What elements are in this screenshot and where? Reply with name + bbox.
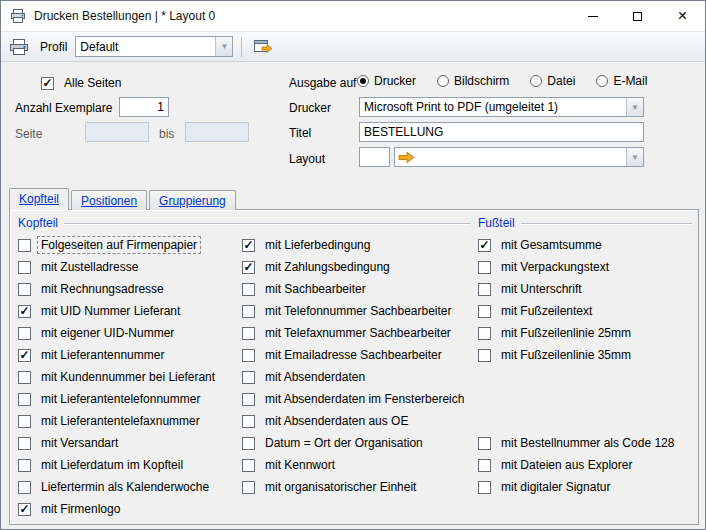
checkbox-row[interactable]: mit Emailadresse Sachbearbeiter — [242, 344, 468, 366]
drucker-combobox[interactable]: Microsoft Print to PDF (umgeleitet 1) ▼ — [359, 97, 644, 117]
profile-settings-button[interactable] — [250, 35, 276, 59]
checkbox[interactable] — [242, 459, 255, 472]
checkbox-row[interactable]: mit Telefonnummer Sachbearbeiter — [242, 300, 468, 322]
checkbox[interactable]: ✓ — [242, 261, 255, 274]
checkbox-row[interactable]: mit Fußzeilenlinie 25mm — [478, 322, 635, 344]
checkbox-row[interactable]: mit organisatorischer Einheit — [242, 476, 468, 498]
checkbox-row[interactable]: ✓mit Zahlungsbedingung — [242, 256, 468, 278]
checkbox[interactable]: ✓ — [41, 77, 54, 90]
checkbox-row[interactable]: ✓mit Firmenlogo — [18, 498, 219, 520]
checkbox[interactable] — [18, 327, 31, 340]
checkbox[interactable] — [18, 481, 31, 494]
checkbox[interactable] — [18, 437, 31, 450]
checkbox[interactable] — [478, 481, 491, 494]
profile-combobox[interactable]: Default ▼ — [75, 36, 233, 57]
checkbox-row[interactable]: Folgeseiten auf Firmenpapier — [18, 234, 219, 256]
checkbox[interactable] — [18, 415, 31, 428]
checkbox[interactable]: ✓ — [18, 503, 31, 516]
checkbox-row[interactable]: Datum = Ort der Organisation — [242, 432, 468, 454]
radio-button[interactable] — [596, 75, 608, 87]
radio-option[interactable]: Bildschirm — [437, 74, 509, 88]
checkbox-row[interactable]: mit Lieferantentelefonnummer — [18, 388, 219, 410]
checkbox[interactable] — [18, 239, 31, 252]
layout-combobox[interactable]: ▼ — [394, 147, 644, 167]
tab-kopfteil[interactable]: Kopfteil — [9, 188, 69, 210]
seite-bis-input — [185, 122, 249, 142]
print-orders-dialog: Drucken Bestellungen | * Layout 0 × Prof… — [0, 0, 706, 530]
checkbox[interactable]: ✓ — [18, 305, 31, 318]
radio-button[interactable] — [357, 75, 369, 87]
checkbox-label: mit Bestellnummer als Code 128 — [497, 434, 678, 452]
checkbox[interactable] — [242, 349, 255, 362]
checkbox[interactable] — [478, 459, 491, 472]
checkbox[interactable] — [18, 459, 31, 472]
checkbox-row[interactable]: mit Fußzeilentext — [478, 300, 635, 322]
anzahl-exemplare-input[interactable] — [119, 97, 169, 117]
alle-seiten-checkbox[interactable]: ✓ Alle Seiten — [41, 72, 125, 94]
radio-option[interactable]: E-Mail — [596, 74, 647, 88]
checkbox-row[interactable]: mit Fußzeilenlinie 35mm — [478, 344, 635, 366]
checkbox[interactable] — [242, 283, 255, 296]
checkbox[interactable] — [18, 393, 31, 406]
checkbox[interactable] — [478, 327, 491, 340]
checkbox[interactable] — [478, 305, 491, 318]
checkbox-row[interactable]: mit Absenderdaten aus OE — [242, 410, 468, 432]
checkbox[interactable] — [242, 305, 255, 318]
checkbox[interactable] — [18, 261, 31, 274]
tab-positionen[interactable]: Positionen — [71, 190, 147, 210]
checkbox[interactable] — [478, 283, 491, 296]
checkbox-row[interactable]: mit Dateien aus Explorer — [478, 454, 678, 476]
checkbox[interactable] — [242, 437, 255, 450]
checkbox[interactable] — [242, 327, 255, 340]
checkbox-row[interactable]: mit Zustelladresse — [18, 256, 219, 278]
maximize-button[interactable] — [615, 1, 660, 31]
alle-seiten-label: Alle Seiten — [60, 74, 125, 92]
checkbox-row[interactable]: mit Kundennummer bei Lieferant — [18, 366, 219, 388]
close-button[interactable]: × — [660, 1, 705, 31]
chevron-down-icon[interactable]: ▼ — [626, 148, 643, 166]
checkbox-row[interactable]: mit Sachbearbeiter — [242, 278, 468, 300]
checkbox[interactable] — [478, 261, 491, 274]
checkbox-row[interactable]: mit Rechnungsadresse — [18, 278, 219, 300]
checkbox[interactable] — [242, 481, 255, 494]
radio-button[interactable] — [530, 75, 542, 87]
checkbox[interactable]: ✓ — [18, 349, 31, 362]
checkbox-row[interactable]: mit Lieferdatum im Kopfteil — [18, 454, 219, 476]
checkbox-row[interactable]: Liefertermin als Kalenderwoche — [18, 476, 219, 498]
checkbox-row[interactable]: mit Lieferantentelefaxnummer — [18, 410, 219, 432]
checkbox-row[interactable]: mit Versandart — [18, 432, 219, 454]
checkbox[interactable] — [242, 371, 255, 384]
checkbox-label: mit Verpackungstext — [497, 258, 613, 276]
checkbox-row[interactable]: mit digitaler Signatur — [478, 476, 678, 498]
checkbox[interactable]: ✓ — [478, 239, 491, 252]
radio-button[interactable] — [437, 75, 449, 87]
checkbox-row[interactable]: mit Telefaxnummer Sachbearbeiter — [242, 322, 468, 344]
checkbox-row[interactable]: mit Absenderdaten im Fensterbereich — [242, 388, 468, 410]
checkbox-row[interactable]: ✓mit Lieferbedingung — [242, 234, 468, 256]
checkbox[interactable] — [242, 415, 255, 428]
checkbox-row[interactable]: mit Unterschrift — [478, 278, 635, 300]
checkbox-row[interactable]: mit Bestellnummer als Code 128 — [478, 432, 678, 454]
checkbox[interactable] — [478, 437, 491, 450]
checkbox-row[interactable]: ✓mit Lieferantennummer — [18, 344, 219, 366]
checkbox-row[interactable]: ✓mit UID Nummer Lieferant — [18, 300, 219, 322]
checkbox-row[interactable]: ✓mit Gesamtsumme — [478, 234, 635, 256]
minimize-button[interactable] — [570, 1, 615, 31]
print-button[interactable] — [6, 35, 32, 59]
titel-input[interactable] — [359, 122, 644, 142]
radio-option[interactable]: Drucker — [357, 74, 416, 88]
layout-number-input[interactable] — [359, 147, 390, 167]
checkbox-row[interactable]: mit Kennwort — [242, 454, 468, 476]
checkbox[interactable]: ✓ — [242, 239, 255, 252]
tab-gruppierung[interactable]: Gruppierung — [149, 190, 236, 210]
checkbox[interactable] — [18, 371, 31, 384]
checkbox-row[interactable]: mit Absenderdaten — [242, 366, 468, 388]
checkbox[interactable] — [478, 349, 491, 362]
checkbox[interactable] — [18, 283, 31, 296]
radio-option[interactable]: Datei — [530, 74, 575, 88]
chevron-down-icon[interactable]: ▼ — [215, 37, 232, 56]
chevron-down-icon[interactable]: ▼ — [626, 98, 643, 116]
checkbox-row[interactable]: mit eigener UID-Nummer — [18, 322, 219, 344]
checkbox-row[interactable]: mit Verpackungstext — [478, 256, 635, 278]
checkbox[interactable] — [242, 393, 255, 406]
